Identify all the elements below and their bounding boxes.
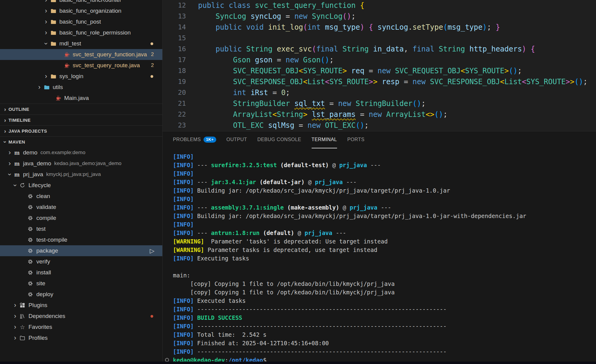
code-text: int iRst = 0; (198, 87, 290, 98)
panel-tab-problems[interactable]: PROBLEMS1K+ (173, 131, 216, 148)
chevron-right-icon[interactable] (12, 302, 19, 309)
chevron-right-icon[interactable] (42, 18, 50, 25)
code-line-22[interactable]: 22 ArrayList<String> lst_params = new Ar… (163, 109, 596, 120)
chevron-right-icon[interactable] (12, 324, 19, 330)
maven-item-test[interactable]: test (0, 223, 162, 234)
maven-item-verify[interactable]: verify (0, 256, 162, 267)
line-number: 13 (163, 11, 186, 22)
maven-item-plugins[interactable]: Plugins (0, 300, 162, 311)
maven-item-demo[interactable]: mdemocom.example:demo (0, 147, 162, 158)
chevron-right-icon[interactable] (6, 160, 13, 167)
folder-icon (43, 84, 50, 90)
problem-count-badge: 2 (151, 51, 154, 58)
line-number: 16 (163, 44, 186, 55)
gear-icon (27, 215, 34, 221)
section-label: OUTLINE (8, 107, 29, 112)
file-svc-test-query-route-java[interactable]: svc_test_query_route.java2 (0, 60, 162, 71)
folder-utils[interactable]: utils (0, 82, 162, 93)
maven-item-site[interactable]: site (0, 278, 162, 289)
maven-item-lifecycle[interactable]: Lifecycle (0, 180, 162, 191)
maven-item-clean[interactable]: clean (0, 191, 162, 202)
item-label: demo (23, 149, 38, 156)
gear-icon (27, 259, 34, 264)
folder-sys-login[interactable]: sys_login (0, 71, 162, 82)
terminal-line: [INFO] Total time: 2.542 s (173, 330, 596, 339)
chevron-right-icon[interactable] (42, 73, 50, 80)
file-main-java[interactable]: Main.java (0, 93, 162, 104)
maven-item-deploy[interactable]: deploy (0, 289, 162, 300)
panel-tab-debug-console[interactable]: DEBUG CONSOLE (257, 131, 301, 148)
chevron-down-icon[interactable] (43, 40, 49, 47)
code-line-23[interactable]: 23 OTL_EXC sqlMsg = new OTL_EXC(); (163, 120, 596, 131)
modified-dot (151, 42, 153, 45)
chevron-right-icon[interactable] (42, 8, 50, 14)
maven-item-compile[interactable]: compile (0, 213, 162, 223)
panel-tab-output[interactable]: OUTPUT (227, 131, 247, 148)
chevron-right-icon[interactable] (42, 0, 50, 3)
tab-label: OUTPUT (227, 137, 247, 142)
code-line-21[interactable]: 21 StringBuilder sql_txt = new StringBui… (163, 98, 596, 109)
item-label: basic_func_funcRounter (59, 0, 121, 3)
code-line-20[interactable]: 20 int iRst = 0; (163, 87, 596, 98)
code-editor[interactable]: 12public class svc_test_query_function {… (163, 0, 596, 131)
folder-basic-func-post[interactable]: basic_func_post (0, 16, 162, 27)
item-label: basic_func_organization (59, 8, 121, 14)
item-description: com.example:demo (41, 150, 85, 156)
chevron-right-icon[interactable] (36, 84, 43, 91)
item-label: sys_login (59, 73, 83, 80)
chevron-down-icon[interactable] (12, 182, 18, 189)
code-line-19[interactable]: 19 SVC_RESPONSE_OBJ<List<SYS_ROUTE>> res… (163, 76, 596, 87)
run-maven-goal-button[interactable] (150, 247, 154, 254)
section-outline[interactable]: OUTLINE (0, 104, 162, 114)
code-line-12[interactable]: 12public class svc_test_query_function { (163, 0, 596, 11)
maven-item-prj-java[interactable]: mprj_javakmyckj.prj_java:prj_java (0, 169, 162, 180)
panel-tab-terminal[interactable]: TERMINAL (312, 131, 337, 148)
code-text: SVC_RESPONSE_OBJ<List<SYS_ROUTE>> resp =… (198, 76, 588, 87)
terminal-output[interactable]: [INFO][INFO] --- surefire:3.2.5:test (de… (163, 148, 596, 364)
chevron-right-icon (2, 128, 8, 134)
item-description: kmyckj.prj_java:prj_java (46, 171, 101, 177)
section-maven[interactable]: MAVEN (0, 136, 162, 147)
section-timeline[interactable]: TIMELINE (0, 114, 162, 125)
item-label: Dependencies (28, 313, 65, 319)
code-line-16[interactable]: 16 public String exec_svc(final String i… (163, 44, 596, 55)
chevron-right-icon[interactable] (12, 313, 19, 319)
item-label: test-compile (36, 237, 67, 243)
code-line-18[interactable]: 18 SVC_REQUEST_OBJ<SYS_ROUTE> req = new … (163, 65, 596, 76)
maven-item-package[interactable]: package (0, 245, 162, 256)
folder-basic-func-funcrounter[interactable]: basic_func_funcRounter (0, 0, 162, 5)
chevron-down-icon[interactable] (6, 171, 13, 178)
panel-tab-ports[interactable]: PORTS (347, 131, 365, 148)
code-line-15[interactable]: 15 (163, 33, 596, 44)
maven-item-java-demo[interactable]: mjava_demokedao.java_demo:java_demo (0, 158, 162, 169)
chevron-down-icon (2, 139, 8, 145)
maven-item-validate[interactable]: validate (0, 202, 162, 213)
code-line-13[interactable]: 13 SyncLog syncLog = new SyncLog(); (163, 11, 596, 22)
code-line-14[interactable]: 14 public void init_log(int msg_type) { … (163, 22, 596, 33)
item-label: Plugins (28, 302, 47, 309)
section-java-projects[interactable]: JAVA PROJECTS (0, 125, 162, 136)
section-label: JAVA PROJECTS (8, 128, 47, 134)
maven-item-dependencies[interactable]: Dependencies (0, 311, 162, 322)
maven-item-favorites[interactable]: ☆Favorites (0, 322, 162, 333)
maven-item-install[interactable]: install (0, 267, 162, 278)
chevron-right-icon[interactable] (42, 29, 50, 36)
chevron-right-icon[interactable] (6, 149, 13, 156)
folder-mdl-test[interactable]: mdl_test (0, 38, 162, 49)
line-number: 17 (163, 55, 186, 65)
terminal-line: [INFO] --- jar:3.4.1:jar (default-jar) @… (173, 178, 596, 186)
file-svc-test-query-function-java[interactable]: svc_test_query_function.java2 (0, 49, 162, 60)
item-label: Main.java (64, 95, 89, 101)
folder-basic-func-organization[interactable]: basic_func_organization (0, 5, 162, 16)
code-text: SVC_REQUEST_OBJ<SYS_ROUTE> req = new SVC… (198, 65, 522, 76)
chevron-right-icon[interactable] (12, 335, 19, 341)
folder-basic-func-role-permission[interactable]: basic_func_role_permission (0, 27, 162, 38)
maven-item-test-compile[interactable]: test-compile (0, 234, 162, 245)
section-label: MAVEN (8, 139, 25, 144)
maven-icon: m (13, 171, 21, 178)
chevron-right-icon (2, 117, 8, 123)
maven-item-profiles[interactable]: Profiles (0, 333, 162, 343)
tab-label: TERMINAL (312, 137, 337, 142)
line-number: 23 (163, 120, 186, 131)
code-line-17[interactable]: 17 Gson gson = new Gson(); (163, 55, 596, 65)
